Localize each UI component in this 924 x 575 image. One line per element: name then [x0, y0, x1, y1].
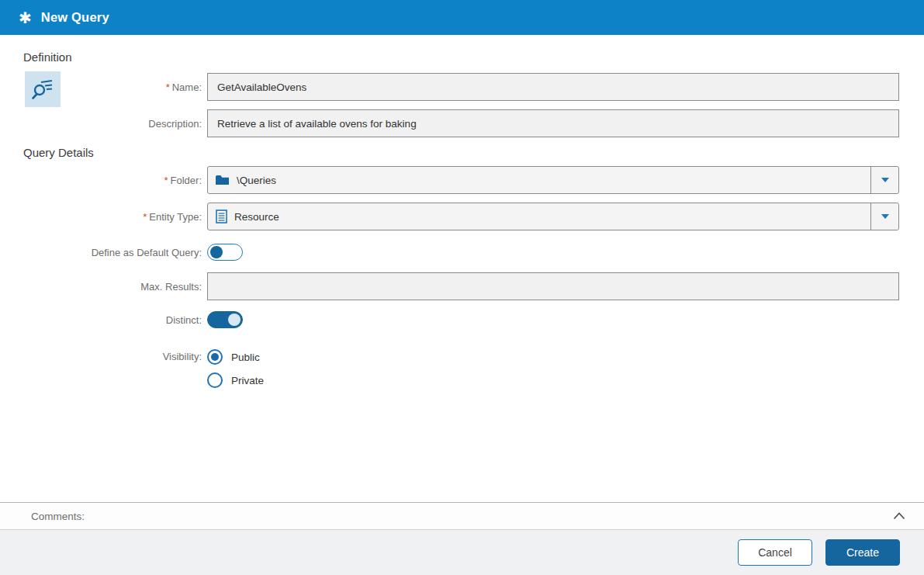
description-label: Description:	[0, 118, 207, 130]
cancel-button[interactable]: Cancel	[738, 539, 812, 566]
field-row-folder: *Folder: \Queries	[0, 166, 924, 194]
default-query-toggle[interactable]	[207, 244, 243, 261]
list-icon	[216, 210, 227, 223]
field-row-default-query: Define as Default Query:	[0, 244, 924, 261]
required-marker: *	[143, 211, 147, 223]
section-heading-query-details: Query Details	[23, 146, 924, 159]
field-row-max-results: Max. Results:	[0, 272, 924, 300]
field-row-entity-type: *Entity Type: Resource	[0, 203, 924, 230]
name-input[interactable]	[207, 73, 899, 101]
field-row-description: Description:	[0, 109, 924, 137]
entity-type-dropdown-button[interactable]	[870, 203, 898, 230]
query-search-icon	[25, 71, 61, 107]
distinct-label: Distinct:	[0, 314, 207, 326]
description-input[interactable]	[207, 109, 899, 137]
visibility-option-private[interactable]: Private	[207, 372, 899, 388]
required-marker: *	[166, 81, 170, 93]
visibility-private-label: Private	[231, 375, 264, 386]
visibility-label: Visibility:	[0, 349, 207, 362]
max-results-label: Max. Results:	[0, 281, 207, 293]
entity-type-dropdown[interactable]: Resource	[207, 203, 899, 230]
distinct-toggle[interactable]	[207, 311, 243, 328]
comments-collapse-button[interactable]	[890, 507, 908, 525]
dialog-titlebar: ✱ New Query	[0, 0, 924, 35]
field-row-distinct: Distinct:	[0, 311, 924, 328]
folder-icon	[216, 175, 230, 185]
folder-dropdown-button[interactable]	[870, 167, 898, 193]
comments-label: Comments:	[31, 511, 890, 522]
comments-bar[interactable]: Comments:	[0, 502, 924, 530]
visibility-option-public[interactable]: Public	[207, 349, 899, 365]
section-heading-definition: Definition	[23, 50, 924, 64]
folder-label: *Folder:	[0, 175, 207, 186]
dialog-footer: Cancel Create	[0, 530, 924, 575]
max-results-input[interactable]	[207, 272, 899, 300]
dialog-title: New Query	[41, 10, 109, 25]
field-row-visibility: Visibility: Public Private	[0, 349, 924, 396]
asterisk-icon: ✱	[19, 10, 32, 26]
toggle-knob	[228, 313, 241, 326]
dialog-body: Definition *Name: Description: Query Det…	[0, 35, 924, 396]
chevron-down-icon	[881, 214, 889, 219]
entity-type-label: *Entity Type:	[0, 211, 207, 223]
create-button[interactable]: Create	[825, 539, 900, 566]
field-row-name: *Name:	[0, 73, 924, 101]
folder-dropdown[interactable]: \Queries	[207, 166, 899, 194]
chevron-up-icon	[893, 512, 905, 520]
entity-type-value: Resource	[234, 211, 870, 223]
visibility-private-radio[interactable]	[207, 372, 223, 388]
toggle-knob	[210, 246, 223, 258]
visibility-public-label: Public	[231, 352, 260, 363]
visibility-public-radio[interactable]	[207, 349, 223, 365]
required-marker: *	[164, 175, 168, 186]
default-query-label: Define as Default Query:	[0, 247, 207, 258]
chevron-down-icon	[881, 178, 889, 182]
folder-value: \Queries	[237, 175, 870, 186]
